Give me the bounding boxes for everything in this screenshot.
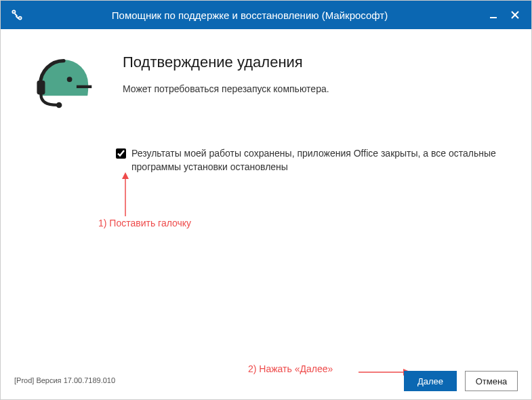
confirm-checkbox[interactable] [116,148,126,159]
footer: [Prod] Версия 17.00.7189.010 Далее Отмен… [1,361,531,399]
confirm-checkbox-label[interactable]: Результаты моей работы сохранены, прилож… [131,147,511,174]
hero-row: Подтверждение удаления Может потребовать… [21,49,511,116]
confirm-checkbox-row: Результаты моей работы сохранены, прилож… [116,147,511,174]
svg-point-10 [67,77,73,82]
headset-avatar-icon [35,55,93,113]
version-label: [Prod] Версия 17.00.7189.010 [14,376,115,384]
cancel-button[interactable]: Отмена [465,371,518,391]
next-button[interactable]: Далее [404,371,457,391]
footer-buttons: Далее Отмена [404,371,518,391]
svg-rect-11 [77,85,91,88]
titlebar: Помощник по поддержке и восстановлению (… [1,1,531,29]
page-subtext: Может потребоваться перезапуск компьютер… [123,83,511,94]
window-controls [483,4,526,26]
window: Помощник по поддержке и восстановлению (… [0,0,532,400]
app-icon [9,7,25,23]
svg-rect-8 [37,81,45,95]
assistant-avatar [35,55,102,116]
annotation-arrow-1 [119,172,132,220]
content-area: Подтверждение удаления Может потребовать… [1,29,531,361]
annotation-step-1: 1) Поставить галочку [98,218,191,228]
close-button[interactable] [504,4,526,26]
page-heading: Подтверждение удаления [123,54,511,71]
main-text: Подтверждение удаления Может потребовать… [123,49,511,94]
minimize-button[interactable] [483,4,504,26]
svg-point-9 [56,102,62,108]
svg-marker-13 [122,172,129,179]
window-title: Помощник по поддержке и восстановлению (… [30,9,483,21]
